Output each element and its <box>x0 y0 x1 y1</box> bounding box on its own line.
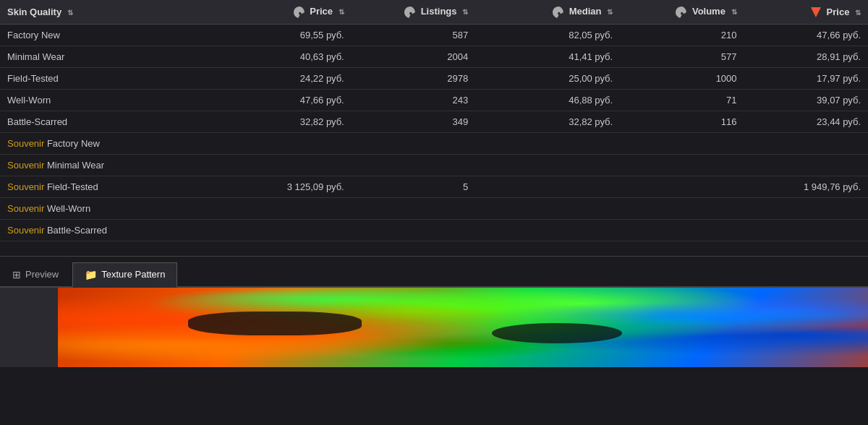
col-label-skin-quality: Skin Quality <box>7 7 61 17</box>
listings-cell: 2978 <box>352 67 475 89</box>
col-header-listings[interactable]: Listings ⇅ <box>352 0 475 24</box>
buff-icon-price2 <box>811 7 821 17</box>
price1-cell <box>227 132 351 154</box>
price2-cell <box>744 132 868 154</box>
price1-cell <box>227 154 351 176</box>
price2-cell <box>744 219 868 241</box>
col-label-price2: Price <box>827 7 850 17</box>
table-row: Factory New69,55 руб.58782,05 руб.21047,… <box>0 24 868 46</box>
texture-pattern-image <box>58 288 868 367</box>
volume-cell: 1000 <box>620 67 744 89</box>
souvenir-label: Souvenir <box>7 181 44 192</box>
price1-cell: 47,66 руб. <box>227 89 351 111</box>
col-label-listings: Listings <box>421 6 457 17</box>
skin-quality-cell: Souvenir Well-Worn <box>0 197 227 219</box>
volume-cell: 577 <box>620 46 744 67</box>
listings-cell <box>352 197 475 219</box>
table-row: Souvenir Field-Tested3 125,09 руб.51 949… <box>0 176 868 197</box>
price1-cell <box>227 219 351 241</box>
tab-content-area <box>0 288 868 367</box>
median-cell: 82,05 руб. <box>475 24 620 46</box>
price2-cell: 17,97 руб. <box>744 67 868 89</box>
col-label-volume: Volume <box>692 6 726 17</box>
souvenir-label: Souvenir <box>7 203 44 214</box>
col-header-price2[interactable]: Price ⇅ <box>744 0 868 24</box>
col-label-price1: Price <box>310 6 333 17</box>
tab-preview[interactable]: ⊞ Preview <box>0 262 71 286</box>
volume-cell <box>620 154 744 176</box>
median-cell: 41,41 руб. <box>475 46 620 67</box>
price2-cell: 47,66 руб. <box>744 24 868 46</box>
price2-cell: 23,44 руб. <box>744 111 868 132</box>
tabs-section: ⊞ Preview 📁 Texture Pattern <box>0 256 868 367</box>
table-section: Skin Quality ⇅ Price ⇅ Listings ⇅ <box>0 0 868 241</box>
col-header-price1[interactable]: Price ⇅ <box>227 0 351 24</box>
listings-cell: 243 <box>352 89 475 111</box>
volume-cell <box>620 132 744 154</box>
volume-cell: 71 <box>620 89 744 111</box>
table-row: Minimal Wear40,63 руб.200441,41 руб.5772… <box>0 46 868 67</box>
col-label-median: Median <box>569 6 602 17</box>
price1-cell: 40,63 руб. <box>227 46 351 67</box>
listings-cell: 2004 <box>352 46 475 67</box>
price2-cell: 1 949,76 руб. <box>744 176 868 197</box>
skin-quality-table: Skin Quality ⇅ Price ⇅ Listings ⇅ <box>0 0 868 241</box>
skin-quality-cell: Souvenir Field-Tested <box>0 176 227 197</box>
skin-quality-cell: Field-Tested <box>0 67 227 89</box>
sort-icon-price2: ⇅ <box>855 9 861 17</box>
price2-cell <box>744 154 868 176</box>
volume-cell: 210 <box>620 24 744 46</box>
sort-icon-median: ⇅ <box>607 8 613 16</box>
volume-cell: 116 <box>620 111 744 132</box>
sort-icon-volume: ⇅ <box>731 8 737 16</box>
price1-cell: 24,22 руб. <box>227 67 351 89</box>
table-row: Souvenir Battle-Scarred <box>0 219 868 241</box>
souvenir-label: Souvenir <box>7 138 44 149</box>
table-row: Souvenir Factory New <box>0 132 868 154</box>
table-row: Battle-Scarred32,82 руб.34932,82 руб.116… <box>0 111 868 132</box>
skin-quality-cell: Well-Worn <box>0 89 227 111</box>
col-header-skin-quality[interactable]: Skin Quality ⇅ <box>0 0 227 24</box>
skin-quality-cell: Souvenir Factory New <box>0 132 227 154</box>
tab-texture-pattern-label: Texture Pattern <box>101 269 165 280</box>
table-row: Well-Worn47,66 руб.24346,88 руб.7139,07 … <box>0 89 868 111</box>
skin-quality-cell: Minimal Wear <box>0 46 227 67</box>
skin-quality-cell: Factory New <box>0 24 227 46</box>
median-cell: 46,88 руб. <box>475 89 620 111</box>
skin-quality-cell: Battle-Scarred <box>0 111 227 132</box>
price2-cell: 28,91 руб. <box>744 46 868 67</box>
listings-cell <box>352 219 475 241</box>
median-cell <box>475 219 620 241</box>
steam-icon-listings <box>404 7 416 18</box>
sort-icon-skin-quality: ⇅ <box>67 9 73 17</box>
table-row: Souvenir Minimal Wear <box>0 154 868 176</box>
median-cell: 25,00 руб. <box>475 67 620 89</box>
tab-preview-label: Preview <box>25 269 59 280</box>
skin-quality-cell: Souvenir Battle-Scarred <box>0 219 227 241</box>
listings-cell <box>352 132 475 154</box>
listings-cell: 587 <box>352 24 475 46</box>
preview-icon: ⊞ <box>12 269 21 280</box>
volume-cell <box>620 197 744 219</box>
table-row: Souvenir Well-Worn <box>0 197 868 219</box>
price1-cell: 32,82 руб. <box>227 111 351 132</box>
steam-icon-median <box>553 7 564 18</box>
folder-icon: 📁 <box>85 269 97 280</box>
median-cell: 32,82 руб. <box>475 111 620 132</box>
tab-texture-pattern[interactable]: 📁 Texture Pattern <box>72 262 177 288</box>
col-header-median[interactable]: Median ⇅ <box>475 0 620 24</box>
listings-cell <box>352 154 475 176</box>
median-cell <box>475 132 620 154</box>
price1-cell <box>227 197 351 219</box>
median-cell <box>475 197 620 219</box>
listings-cell: 5 <box>352 176 475 197</box>
table-row: Field-Tested24,22 руб.297825,00 руб.1000… <box>0 67 868 89</box>
median-cell <box>475 176 620 197</box>
steam-icon-price1 <box>294 7 305 18</box>
median-cell <box>475 154 620 176</box>
volume-cell <box>620 219 744 241</box>
price2-cell <box>744 197 868 219</box>
price1-cell: 69,55 руб. <box>227 24 351 46</box>
col-header-volume[interactable]: Volume ⇅ <box>620 0 744 24</box>
souvenir-label: Souvenir <box>7 160 44 171</box>
